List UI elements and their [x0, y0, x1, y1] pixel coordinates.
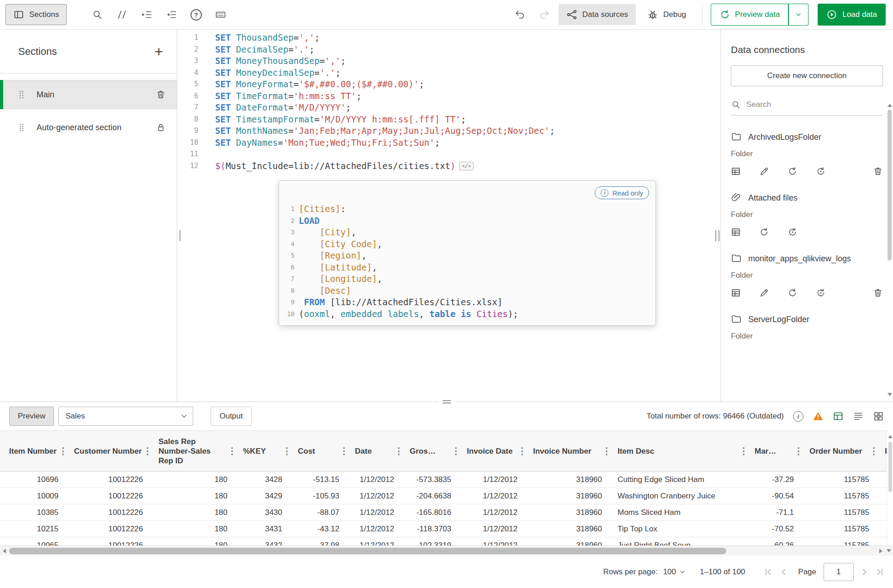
panel-resize-grip-right[interactable]	[715, 230, 719, 241]
debug-button[interactable]: Debug	[639, 4, 694, 25]
column-menu-icon[interactable]: ⋮	[869, 445, 877, 456]
delete-section-icon[interactable]	[156, 90, 166, 100]
table-select[interactable]: Sales	[58, 407, 193, 426]
sync-icon[interactable]	[816, 166, 826, 176]
data-sources-button[interactable]: Data sources	[559, 4, 636, 25]
refresh-icon[interactable]	[759, 227, 769, 237]
create-connection-button[interactable]: Create new connection	[731, 65, 883, 86]
table-view-button[interactable]	[833, 411, 844, 422]
edit-icon[interactable]	[759, 288, 769, 298]
table-cell: 3431	[238, 524, 292, 534]
horizontal-scrollbar[interactable]	[0, 546, 893, 556]
connection-header[interactable]: ServerLogFolder	[731, 313, 883, 325]
read-only-label: Read only	[612, 189, 643, 197]
panel-scrollbar[interactable]	[887, 104, 893, 396]
sync-icon[interactable]	[816, 288, 826, 298]
prev-page-button[interactable]	[779, 567, 789, 577]
scroll-left-icon[interactable]	[0, 549, 8, 553]
column-menu-icon[interactable]: ⋮	[739, 445, 747, 456]
code-line: 11	[177, 148, 720, 160]
next-page-button[interactable]	[859, 567, 869, 577]
refresh-icon[interactable]	[787, 288, 798, 298]
column-menu-icon[interactable]: ⋮	[58, 445, 67, 456]
outdent-button[interactable]	[161, 4, 182, 25]
column-menu-icon[interactable]: ⋮	[143, 445, 151, 456]
column-menu-icon[interactable]: ⋮	[518, 445, 526, 456]
section-item[interactable]: Auto-generated section	[0, 113, 177, 142]
column-menu-icon[interactable]: ⋮	[282, 445, 291, 456]
connection-header[interactable]: Attached files	[731, 192, 883, 204]
column-menu-icon[interactable]: ⋮	[394, 445, 402, 456]
table-scroll-up-icon[interactable]	[888, 435, 893, 438]
scroll-right-icon[interactable]	[877, 549, 885, 553]
table-vertical-scrollbar[interactable]	[887, 430, 893, 546]
refresh-icon[interactable]	[787, 166, 798, 176]
table-scroll-down-icon[interactable]	[885, 549, 893, 552]
preview-refresh-icon	[719, 9, 730, 20]
preview-tab-button[interactable]: Preview	[9, 407, 54, 426]
h-scroll-thumb[interactable]	[9, 548, 726, 554]
delete-icon[interactable]	[873, 288, 883, 298]
table-cell: -513.15	[292, 475, 349, 484]
connection-header[interactable]: monitor_apps_qlikview_logs	[731, 253, 883, 265]
column-label: Order Number	[809, 446, 869, 456]
sync-icon[interactable]	[787, 227, 798, 237]
load-data-button[interactable]: Load data	[818, 4, 886, 26]
table-cell: 3429	[238, 492, 292, 501]
connection-type: Folder	[731, 332, 883, 341]
warning-icon[interactable]	[813, 411, 824, 422]
search-button[interactable]	[87, 4, 108, 25]
undo-button[interactable]	[509, 4, 530, 25]
list-view-button[interactable]	[853, 411, 864, 422]
column-menu-icon[interactable]: ⋮	[602, 445, 610, 456]
section-item[interactable]: Main	[0, 80, 177, 109]
help-button[interactable]: ?	[185, 4, 206, 25]
v-scroll-thumb[interactable]	[888, 442, 892, 492]
connection-header[interactable]: ArchivedLogsFolder	[731, 131, 883, 143]
column-menu-icon[interactable]: ⋮	[339, 445, 348, 456]
indent-button[interactable]	[136, 4, 157, 25]
toolbar-left: Sections ?	[5, 4, 231, 25]
include-expand-button[interactable]: </>	[459, 162, 474, 170]
connection-search-input[interactable]	[746, 100, 883, 109]
script-editor[interactable]: 1SET ThousandSep=',';2SET DecimalSep='.'…	[177, 30, 720, 402]
preview-table: Item Number⋮Customer Number⋮Sales Rep Nu…	[0, 430, 893, 546]
sections-toggle-button[interactable]: Sections	[5, 4, 67, 25]
grid-view-button[interactable]	[873, 411, 884, 422]
panel-resize-handle[interactable]	[438, 398, 455, 405]
scroll-down-icon[interactable]	[888, 393, 892, 396]
shortcuts-button[interactable]	[210, 4, 231, 25]
add-section-button[interactable]: +	[154, 44, 163, 59]
table-cell: 180	[153, 492, 238, 501]
table-cell: -88.07	[292, 508, 349, 517]
scroll-thumb[interactable]	[888, 110, 892, 260]
select-data-icon[interactable]	[731, 227, 741, 237]
first-page-button[interactable]	[763, 567, 773, 577]
preview-data-caret-button[interactable]	[788, 4, 808, 26]
code-line: 7SET DateFormat='M/D/YYYY';	[177, 102, 720, 114]
info-icon[interactable]: i	[793, 411, 803, 422]
preview-data-button[interactable]: Preview data	[711, 4, 788, 26]
select-data-icon[interactable]	[731, 166, 741, 176]
page-input[interactable]	[824, 563, 854, 581]
edit-icon[interactable]	[759, 166, 769, 176]
rows-per-page-select[interactable]: 100	[663, 567, 686, 577]
select-data-icon[interactable]	[731, 288, 741, 298]
last-page-button[interactable]	[875, 567, 885, 577]
bug-icon	[647, 9, 658, 20]
line-number: 12	[177, 160, 198, 172]
delete-icon[interactable]	[873, 166, 883, 176]
panel-resize-grip-left[interactable]	[177, 230, 180, 241]
column-menu-icon[interactable]: ⋮	[451, 445, 460, 456]
comment-button[interactable]	[111, 4, 132, 25]
connection-item: ArchivedLogsFolderFolder	[731, 131, 883, 176]
drag-handle-icon[interactable]	[16, 122, 26, 132]
scroll-up-icon[interactable]	[888, 104, 892, 107]
column-menu-icon[interactable]: ⋮	[227, 445, 236, 456]
data-connections-panel: Data connections Create new connection A…	[720, 30, 893, 402]
drag-handle-icon[interactable]	[16, 90, 26, 100]
column-menu-icon[interactable]: ⋮	[794, 445, 802, 456]
redo-button[interactable]	[534, 4, 555, 25]
column-header: Cost⋮	[292, 431, 349, 471]
output-tab-button[interactable]: Output	[211, 407, 251, 426]
